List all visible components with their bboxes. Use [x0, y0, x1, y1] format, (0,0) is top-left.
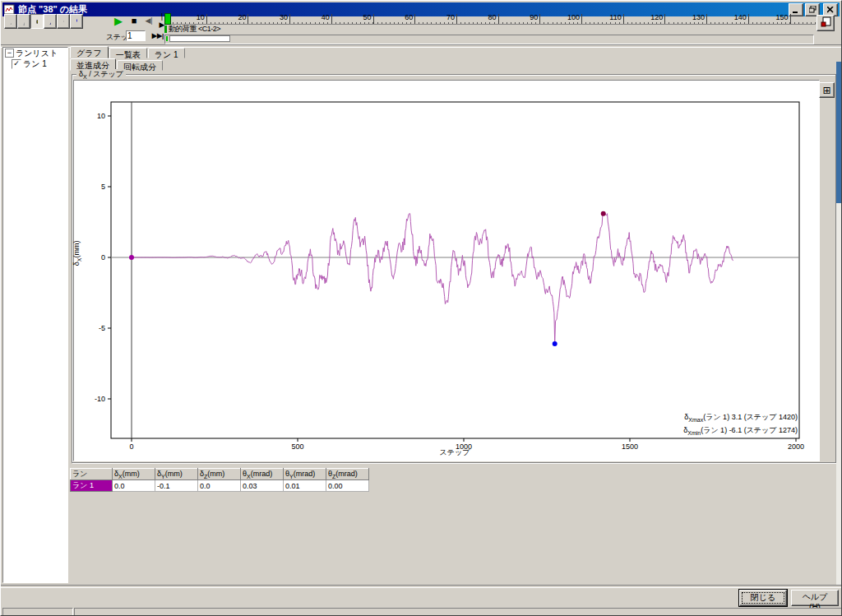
ruler-label: 140	[734, 13, 748, 21]
symbol-rest: (mm)	[72, 241, 81, 258]
ruler-major-tick	[581, 14, 582, 24]
tree-collapse-box[interactable]: −	[5, 49, 14, 58]
ruler-label: 110	[609, 13, 622, 21]
play-icon: ▶	[114, 15, 123, 27]
min-marker	[553, 341, 557, 346]
symbol-rest: (mm)	[123, 470, 140, 478]
ruler-major-tick	[664, 14, 665, 24]
main-tab-3[interactable]: ラン 1	[148, 48, 185, 58]
horizontal-bar-icon	[36, 16, 38, 27]
ruler-major-tick	[206, 14, 207, 24]
run-checkbox[interactable]: ✓	[12, 59, 21, 69]
mode-button-crosshair-icon[interactable]	[57, 14, 70, 29]
load-case-label: 動的荷重 <C1-2>	[169, 24, 220, 35]
ruler-label: 100	[567, 13, 581, 21]
ruler-major-tick	[331, 14, 332, 24]
value-cell: -0.1	[155, 480, 198, 492]
ruler-major-tick	[498, 14, 499, 24]
value-cell: 0.03	[241, 480, 284, 492]
export-image-icon	[821, 16, 831, 27]
step-back-button[interactable]: ◀|	[142, 14, 155, 27]
symbol-rest: / ステップ	[87, 70, 123, 78]
ruler-major-tick	[414, 14, 415, 24]
restore-icon	[809, 6, 817, 13]
ruler-label: 50	[363, 13, 372, 21]
run-list-root: −ランリスト	[3, 48, 67, 58]
timeline-ruler[interactable]: 102030405060708090100110120130140150	[164, 13, 816, 25]
symbol-base: δ	[72, 262, 81, 266]
table-col-header: θZ(mrad)	[326, 469, 369, 480]
value-cell: 0.01	[284, 480, 326, 492]
symbol-subscript: Xmax	[688, 417, 703, 423]
table-row[interactable]: ラン 10.0-0.10.00.030.010.00	[71, 480, 369, 492]
table-col-header: θY(mrad)	[284, 469, 326, 480]
stop-icon: ■	[132, 16, 137, 25]
ruler-label: 130	[692, 13, 706, 21]
y-tick-label: 0	[81, 253, 105, 262]
table-col-header: δX(mm)	[113, 469, 155, 480]
max-marker	[601, 211, 606, 216]
symbol-rest: (mm)	[165, 470, 183, 478]
symbol-rest: (mrad)	[294, 470, 316, 478]
chart-plot	[74, 81, 817, 459]
mode-button-horizontal-bar-icon[interactable]	[30, 14, 44, 29]
ruler-major-tick	[623, 14, 624, 24]
skip-to-end-icon: ▶▶|	[152, 32, 164, 39]
ruler-label: 90	[530, 13, 539, 21]
load-case-cursor-icon	[164, 25, 167, 33]
x-tick-label: 0	[115, 442, 148, 451]
ruler-major-tick	[748, 14, 749, 24]
mode-button-curve-icon[interactable]	[44, 14, 57, 29]
chart-groupbox-title: δX / ステップ	[76, 69, 126, 80]
table-col-header: δY(mm)	[155, 469, 198, 480]
timeline-track[interactable]	[164, 35, 814, 44]
value-cell: 0.0	[198, 480, 241, 492]
minimize-icon	[793, 7, 799, 13]
close-icon	[827, 7, 834, 13]
symbol-rest: (mrad)	[335, 470, 358, 478]
run-name-cell[interactable]: ラン 1	[71, 480, 113, 492]
run-list-panel: −ランリスト✓ラン 1	[2, 47, 68, 583]
curve-icon	[49, 16, 51, 27]
symbol-subscript: Xmin	[687, 430, 701, 436]
ruler-major-tick	[539, 14, 540, 24]
symbol-rest: (ラン 1) -6.1 (ステップ 1274)	[701, 426, 798, 434]
skip-to-end-button[interactable]: ▶▶|	[150, 30, 165, 41]
stop-button[interactable]: ■	[127, 14, 141, 27]
export-image-button[interactable]	[817, 15, 835, 31]
track-progress	[169, 35, 230, 42]
ruler-label: 30	[280, 13, 289, 21]
grid-icon: ⊞	[822, 85, 830, 96]
ruler-major-tick	[248, 14, 248, 24]
ruler-label: 120	[650, 13, 664, 21]
main-tabstrip: グラフ一覧表ラン 1	[70, 46, 186, 58]
help-button[interactable]: ヘルプ(H)	[791, 590, 839, 606]
chart-grid-button[interactable]: ⊞	[819, 82, 835, 98]
symbol-rest: (ラン 1) 3.1 (ステップ 1420)	[703, 413, 798, 421]
step-input[interactable]	[126, 30, 146, 41]
ruler-label: 80	[488, 13, 498, 21]
chart-annotations: δXmax(ラン 1) 3.1 (ステップ 1420)δXmin(ラン 1) -…	[683, 412, 798, 438]
main-tab-2[interactable]: 一覧表	[109, 48, 147, 58]
close-dialog-button[interactable]: 閉じる	[739, 590, 787, 606]
ruler-major-tick	[373, 14, 374, 24]
table-col-header: θX(mrad)	[241, 469, 284, 480]
symbol-base: ラン	[72, 470, 87, 478]
run-list-item[interactable]: ✓ラン 1	[3, 58, 67, 69]
status-panel-main	[74, 608, 842, 616]
mode-button-trace-icon[interactable]	[4, 14, 17, 29]
ruler-label: 70	[446, 13, 456, 21]
table-col-header: δZ(mm)	[198, 469, 241, 480]
table-col-header: ラン	[71, 469, 113, 480]
mode-button-search-icon[interactable]	[70, 14, 83, 29]
extreme-annotation: δXmax(ラン 1) 3.1 (ステップ 1420)	[683, 412, 798, 425]
symbol-rest: (mm)	[207, 470, 224, 478]
ruler-label: 150	[775, 13, 789, 21]
mode-button-trace-bold-icon[interactable]	[17, 14, 30, 29]
x-tick-label: 1000	[447, 442, 480, 451]
ruler-major-tick	[289, 14, 290, 24]
display-mode-toolbar	[4, 14, 83, 29]
track-cursor[interactable]	[166, 36, 168, 41]
main-tab-1[interactable]: グラフ	[70, 46, 109, 58]
play-button[interactable]: ▶	[112, 14, 125, 27]
